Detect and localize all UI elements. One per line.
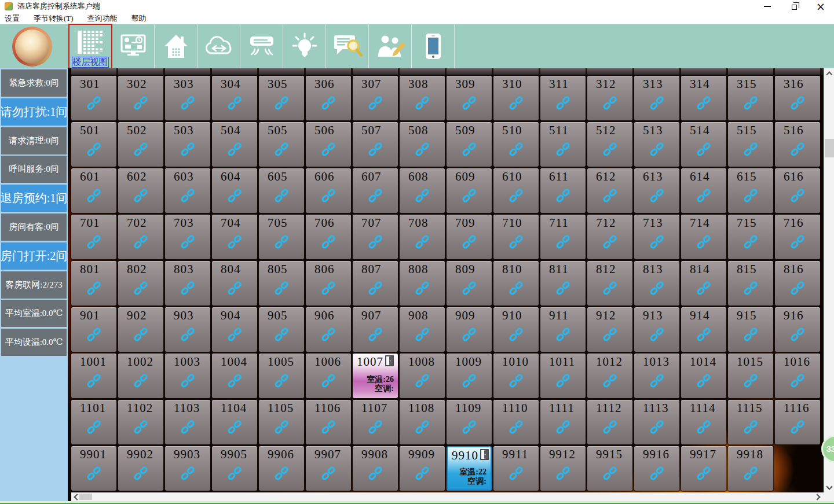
room-tile-606[interactable]: 606 xyxy=(306,168,351,213)
room-tile-502[interactable]: 502 xyxy=(118,122,163,167)
room-tile-1108[interactable]: 1108 xyxy=(400,400,445,444)
room-tile-715[interactable]: 715 xyxy=(728,215,773,259)
room-tile-514[interactable]: 514 xyxy=(681,122,726,167)
room-tile-612[interactable]: 612 xyxy=(587,168,632,213)
room-tile-1113[interactable]: 1113 xyxy=(634,400,679,444)
toolbar-air-conditioner-button[interactable] xyxy=(240,24,283,68)
room-tile-706[interactable]: 706 xyxy=(306,215,351,259)
room-tile-1008[interactable]: 1008 xyxy=(400,354,445,398)
room-tile-914[interactable]: 914 xyxy=(681,307,726,352)
room-tile-511[interactable]: 511 xyxy=(540,122,586,167)
sidebar-status-item-1[interactable]: 请勿打扰:1间 xyxy=(1,98,67,126)
menu-season-switch[interactable]: 季节转换(T) xyxy=(34,13,74,24)
room-tile-9907[interactable]: 9907 xyxy=(306,446,351,491)
room-tile-1004[interactable]: 1004 xyxy=(212,354,257,398)
room-tile-306[interactable]: 306 xyxy=(306,76,351,120)
room-tile-611[interactable]: 611 xyxy=(540,168,586,213)
room-tile-9916[interactable]: 9916 xyxy=(634,446,679,491)
room-tile-1012[interactable]: 1012 xyxy=(587,354,632,398)
room-tile-9901[interactable]: 9901 xyxy=(71,446,116,491)
room-tile-311[interactable]: 311 xyxy=(540,76,586,120)
close-button[interactable]: × xyxy=(807,0,834,13)
room-tile-707[interactable]: 707 xyxy=(353,215,398,259)
room-tile-709[interactable]: 709 xyxy=(447,215,492,259)
room-tile-610[interactable]: 610 xyxy=(493,168,539,213)
room-tile-305[interactable]: 305 xyxy=(259,76,304,120)
room-tile-614[interactable]: 614 xyxy=(681,168,726,213)
room-tile-609[interactable]: 609 xyxy=(447,168,492,213)
room-tile-302[interactable]: 302 xyxy=(118,76,163,120)
room-tile-907[interactable]: 907 xyxy=(353,307,398,352)
vertical-scrollbar[interactable] xyxy=(824,68,834,492)
room-tile-705[interactable]: 705 xyxy=(259,215,304,259)
room-tile-516[interactable]: 516 xyxy=(775,122,820,167)
room-tile-9910[interactable]: 9910室温:22空调: xyxy=(447,446,492,491)
room-tile-510[interactable]: 510 xyxy=(493,122,539,167)
room-tile-9903[interactable]: 9903 xyxy=(165,446,210,491)
room-tile-1014[interactable]: 1014 xyxy=(681,354,726,398)
room-tile-508[interactable]: 508 xyxy=(400,122,445,167)
room-tile-713[interactable]: 713 xyxy=(634,215,679,259)
room-tile-1109[interactable]: 1109 xyxy=(447,400,492,444)
room-tile-603[interactable]: 603 xyxy=(165,168,210,213)
room-tile-9917[interactable]: 9917 xyxy=(681,446,726,491)
room-tile-504[interactable]: 504 xyxy=(212,122,257,167)
room-tile-1101[interactable]: 1101 xyxy=(71,400,116,444)
room-tile-9911[interactable]: 9911 xyxy=(493,446,539,491)
sidebar-status-item-4[interactable]: 退房预约:1间 xyxy=(1,185,67,212)
room-tile-1016[interactable]: 1016 xyxy=(775,354,820,398)
room-tile-803[interactable]: 803 xyxy=(165,261,210,306)
room-tile-813[interactable]: 813 xyxy=(634,261,679,306)
room-tile-507[interactable]: 507 xyxy=(353,122,398,167)
room-tile-1114[interactable]: 1114 xyxy=(681,400,726,444)
room-tile-605[interactable]: 605 xyxy=(259,168,304,213)
room-tile-808[interactable]: 808 xyxy=(400,261,445,306)
horizontal-scroll-thumb[interactable] xyxy=(79,494,92,500)
room-tile-1102[interactable]: 1102 xyxy=(118,400,163,444)
room-tile-904[interactable]: 904 xyxy=(212,307,257,352)
room-tile-711[interactable]: 711 xyxy=(540,215,586,259)
room-tile-9905[interactable]: 9905 xyxy=(212,446,257,491)
room-tile-316[interactable]: 316 xyxy=(775,76,820,120)
menu-settings[interactable]: 设置 xyxy=(5,13,20,24)
room-tile-810[interactable]: 810 xyxy=(493,261,539,306)
room-tile-716[interactable]: 716 xyxy=(775,215,820,259)
room-tile-916[interactable]: 916 xyxy=(775,307,820,352)
room-tile-1115[interactable]: 1115 xyxy=(728,400,773,444)
room-tile-1104[interactable]: 1104 xyxy=(212,400,257,444)
room-tile-806[interactable]: 806 xyxy=(306,261,351,306)
room-tile-1005[interactable]: 1005 xyxy=(259,354,304,398)
room-tile-906[interactable]: 906 xyxy=(306,307,351,352)
room-tile-310[interactable]: 310 xyxy=(493,76,539,120)
room-tile-1013[interactable]: 1013 xyxy=(634,354,679,398)
room-tile-703[interactable]: 703 xyxy=(165,215,210,259)
room-tile-615[interactable]: 615 xyxy=(728,168,773,213)
room-tile-309[interactable]: 309 xyxy=(447,76,492,120)
menu-help[interactable]: 帮助 xyxy=(131,13,147,24)
room-tile-816[interactable]: 816 xyxy=(775,261,820,306)
room-tile-9915[interactable]: 9915 xyxy=(587,446,632,491)
room-tile-616[interactable]: 616 xyxy=(775,168,820,213)
room-tile-704[interactable]: 704 xyxy=(212,215,257,259)
room-tile-702[interactable]: 702 xyxy=(118,215,163,259)
room-tile-1009[interactable]: 1009 xyxy=(447,354,492,398)
scroll-down-button[interactable] xyxy=(824,483,834,492)
room-tile-607[interactable]: 607 xyxy=(353,168,398,213)
toolbar-light-button[interactable] xyxy=(283,24,326,68)
room-tile-801[interactable]: 801 xyxy=(71,261,116,306)
room-tile-505[interactable]: 505 xyxy=(259,122,304,167)
room-tile-905[interactable]: 905 xyxy=(259,307,304,352)
sidebar-status-item-2[interactable]: 请求清理:0间 xyxy=(1,127,67,154)
room-tile-909[interactable]: 909 xyxy=(447,307,492,352)
room-tile-1015[interactable]: 1015 xyxy=(728,354,773,398)
room-tile-1106[interactable]: 1106 xyxy=(306,400,351,444)
room-tile-708[interactable]: 708 xyxy=(400,215,445,259)
room-tile-307[interactable]: 307 xyxy=(353,76,398,120)
room-tile-509[interactable]: 509 xyxy=(447,122,492,167)
room-tile-1116[interactable]: 1116 xyxy=(775,400,820,444)
room-tile-809[interactable]: 809 xyxy=(447,261,492,306)
sidebar-status-item-9[interactable]: 平均设温:0.0℃ xyxy=(1,329,67,356)
room-tile-805[interactable]: 805 xyxy=(259,261,304,306)
sidebar-status-item-7[interactable]: 客房联网:2/273 xyxy=(1,271,67,299)
room-tile-608[interactable]: 608 xyxy=(400,168,445,213)
